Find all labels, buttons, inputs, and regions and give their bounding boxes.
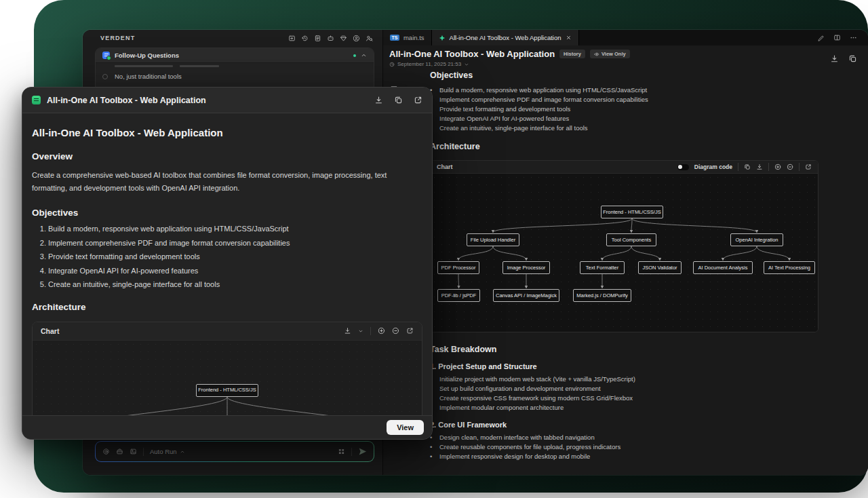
eye-icon [594,52,599,57]
modal-footer: View [22,415,432,439]
followup-header[interactable]: Follow-Up Questions [96,48,374,63]
modal-title: All-in-One AI Toolbox - Web Application [47,96,206,105]
diagram-node: AI Document Analysis [693,261,753,274]
user-search-icon[interactable] [366,35,373,42]
diagram-node: File Upload Handler [467,233,519,246]
history-badge[interactable]: History [559,50,585,58]
document-content: Objectives •Build a modern, responsive w… [383,69,868,475]
auto-run-selector[interactable]: Auto Run [150,448,185,455]
objective-item: Implement comprehensive PDF and image fo… [48,239,422,248]
document-date[interactable]: September 11, 2025 21:53 [389,61,630,67]
chevron-down-icon[interactable] [358,328,363,334]
diagram-node: Tool Components [606,233,656,246]
columns-icon[interactable] [833,34,841,41]
chat-panel-header: VERDENT [83,30,382,46]
document-modal: All-in-One AI Toolbox - Web Application … [22,87,433,440]
bullet-item: •Implement comprehensive PDF and image f… [430,95,818,104]
bullet-item: •Provide text formatting and development… [430,104,818,114]
overview-text: Create a comprehensive web-based AI tool… [32,169,422,195]
download-icon[interactable] [374,96,383,104]
diagram-node: Canvas API / ImageMagick [493,289,559,302]
copy-icon[interactable] [848,54,857,63]
bullet-item: •Design clean, modern interface with tab… [430,433,818,442]
bot-icon[interactable] [327,35,334,42]
diagram-edges [431,174,818,332]
zoom-out-icon[interactable] [392,327,399,334]
tab-label: All-in-One AI Toolbox - Web Application [450,34,561,41]
page: VERDENT Follow-Up Questions [0,0,868,498]
bullet-item: •Create responsive CSS framework using m… [430,394,818,403]
auto-run-label: Auto Run [150,448,177,455]
doc-spark-icon [439,35,446,41]
download-icon[interactable] [344,327,351,334]
zoom-in-icon[interactable] [774,164,781,170]
open-external-icon[interactable] [805,164,812,170]
at-icon[interactable] [102,448,110,455]
copy-icon[interactable] [394,96,403,104]
ts-badge-icon: TS [390,35,399,41]
task-breakdown-heading: Task Breakdown [430,345,818,354]
toolbox-icon[interactable] [116,448,123,455]
followup-title: Follow-Up Questions [115,52,179,59]
task-breakdown: 1. Project Setup and Structure•Initializ… [430,362,818,461]
task-list: •Initialize project with modern web stac… [430,375,818,413]
objective-item: Create an intuitive, single-page interfa… [48,280,422,289]
followup-option[interactable]: No, just traditional tools [96,69,374,84]
divider [799,163,800,171]
download-icon[interactable] [756,164,763,170]
send-icon[interactable] [358,447,367,456]
bullet-item: •Initialize project with modern web stac… [430,375,818,384]
objectives-heading: Objectives [32,208,422,218]
pencil-icon[interactable] [817,34,825,41]
task-list: •Design clean, modern interface with tab… [430,433,818,461]
document-header: All-in-One AI Toolbox - Web Application … [383,45,868,69]
view-only-badge[interactable]: View Only [590,50,630,58]
panel-open-icon[interactable] [288,35,296,42]
diagram-code-toggle[interactable] [677,164,689,170]
task-section-title: 2. Core UI Framework [430,421,818,429]
user-circle-icon[interactable] [353,35,360,42]
architecture-diagram: Frontend - HTML/CSS/JSFile Upload Handle… [431,174,818,332]
divider [143,448,144,456]
download-icon[interactable] [830,54,839,63]
zoom-out-icon[interactable] [787,164,793,170]
radio-icon[interactable] [102,74,108,79]
document-title: All-in-One AI Toolbox - Web Application [389,49,555,59]
divider [370,327,371,335]
tab-main-ts[interactable]: TS main.ts [383,30,432,45]
copy-icon[interactable] [744,164,751,170]
objective-item: Build a modern, responsive web applicati… [48,225,422,233]
diagram-node: OpenAI Integration [730,233,783,246]
divider [768,163,769,171]
composer[interactable]: Auto Run [95,441,374,462]
modal-chart-panel: Chart Frontend - HTML/CSS/JS [32,322,422,416]
divider [351,448,352,456]
architecture-chart-panel: Chart Diagram code [430,160,818,332]
status-dot [353,54,356,57]
diagram-node: Frontend - HTML/CSS/JS [601,206,663,218]
clock-icon [389,62,395,67]
close-tab-icon[interactable] [566,35,572,41]
diagram-code-label: Diagram code [694,164,732,170]
bullet-item: •Create reusable components for file upl… [430,442,818,452]
tab-document[interactable]: All-in-One AI Toolbox - Web Application [432,30,579,45]
bullet-item: •Implement modular component architectur… [430,403,818,413]
history-icon[interactable] [301,35,309,42]
zoom-in-icon[interactable] [378,327,385,334]
diagram-node: JSON Validator [638,261,682,274]
note-icon [32,96,41,104]
divider [738,163,738,171]
image-icon[interactable] [130,448,137,455]
collapse-icon[interactable] [361,52,367,58]
doc-lines-icon[interactable] [314,35,321,42]
clipped-option [96,63,374,69]
gem-icon[interactable] [340,35,347,42]
ellipsis-icon[interactable] [850,34,857,41]
overview-heading: Overview [32,151,422,161]
view-button[interactable]: View [387,420,424,435]
open-external-icon[interactable] [414,96,422,104]
bullet-item: •Set up build configuration and developm… [430,384,818,394]
chart-toolbar: Chart [33,322,422,341]
open-external-icon[interactable] [406,327,414,334]
grid-icon[interactable] [338,448,345,455]
